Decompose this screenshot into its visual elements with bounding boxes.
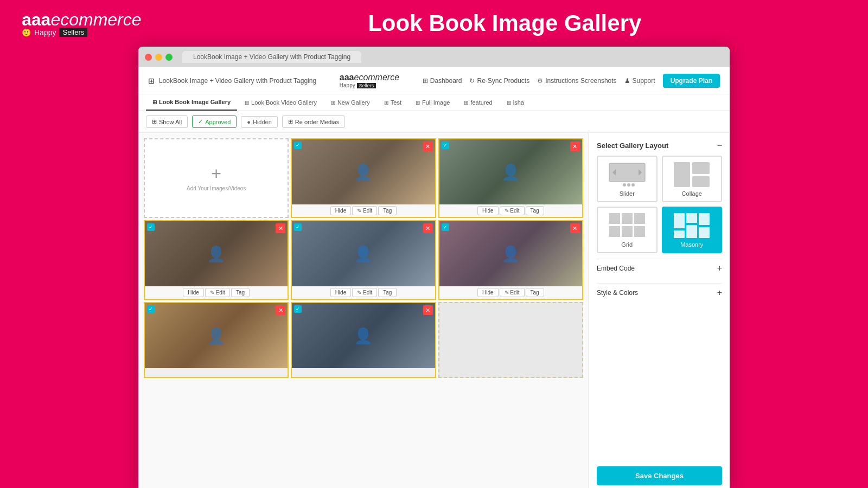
gallery-row-3: ✓ ✕ 👤 ✓ ✕ 👤 — [144, 302, 583, 378]
cell-check-2: ✓ — [442, 142, 449, 149]
hide-btn-1[interactable]: Hide — [330, 206, 352, 215]
layout-card-slider[interactable]: Slider — [597, 156, 658, 202]
fashion-figure-3: 👤 — [145, 221, 288, 286]
layout-section-title: Select Gallery Layout − — [597, 140, 722, 150]
app-brand-tagline: Happy Sellers — [340, 82, 399, 88]
embed-code-label: Embed Code — [597, 265, 635, 272]
app-topbar: ⊞ LookBook Image + Video Gallery with Pr… — [138, 67, 730, 94]
layout-card-collage[interactable]: Collage — [662, 156, 723, 202]
svg-rect-17 — [686, 213, 697, 223]
instructions-icon: ⚙ — [537, 77, 543, 85]
layout-card-grid[interactable]: Grid — [597, 207, 658, 253]
edit-btn-4[interactable]: ✎ Edit — [352, 288, 377, 297]
filter-bar: ⊞ Show All ✓ Approved ● Hidden ⊞ Re orde… — [138, 111, 730, 133]
tag-btn-5[interactable]: Tag — [526, 288, 544, 297]
hide-btn-2[interactable]: Hide — [477, 206, 499, 215]
main-content: + Add Your Images/Videos ✓ ✕ 👤 Hide ✎ Ed… — [138, 133, 730, 488]
app-brand: aaaecommerce Happy Sellers — [340, 73, 399, 88]
hide-btn-4[interactable]: Hide — [330, 288, 352, 297]
add-media-cell[interactable]: + Add Your Images/Videos — [144, 138, 289, 218]
tag-btn-2[interactable]: Tag — [526, 206, 544, 215]
gallery-cell-6: ✓ ✕ 👤 — [144, 302, 289, 378]
tab-isha[interactable]: ⊞ isha — [500, 95, 531, 110]
gallery-cell-1: ✓ ✕ 👤 Hide ✎ Edit Tag — [291, 138, 436, 218]
cell-check-7: ✓ — [294, 305, 302, 313]
gallery-row-1: + Add Your Images/Videos ✓ ✕ 👤 Hide ✎ Ed… — [144, 138, 583, 218]
tab-look-book-video[interactable]: ⊞ Look Book Video Gallery — [238, 95, 323, 110]
tab-full-image[interactable]: ⊞ Full Image — [409, 95, 456, 110]
cell-close-4[interactable]: ✕ — [423, 223, 433, 233]
cell-close-2[interactable]: ✕ — [570, 142, 580, 151]
tag-btn-1[interactable]: Tag — [378, 206, 397, 215]
upgrade-button[interactable]: Upgrade Plan — [663, 74, 720, 88]
reorder-button[interactable]: ⊞ Re order Medias — [282, 115, 345, 128]
edit-btn-2[interactable]: ✎ Edit — [500, 206, 525, 215]
edit-btn-3[interactable]: ✎ Edit — [205, 288, 230, 297]
layout-toggle[interactable]: − — [717, 140, 722, 150]
tab-look-book-image[interactable]: ⊞ Look Book Image Gallery — [146, 94, 237, 111]
tab-featured[interactable]: ⊞ featured — [457, 95, 499, 110]
approved-button[interactable]: ✓ Approved — [192, 115, 237, 128]
cell-close-3[interactable]: ✕ — [276, 223, 285, 233]
layout-grid: Slider Collage — [597, 156, 722, 253]
browser-tab: LookBook Image + Video Gallery with Prod… — [182, 51, 361, 63]
gallery-cell-5: ✓ ✕ 👤 Hide ✎ Edit Tag — [438, 220, 583, 300]
svg-rect-10 — [609, 213, 620, 224]
support-icon: ♟ — [624, 77, 630, 85]
browser-window: LookBook Image + Video Gallery with Prod… — [138, 47, 730, 488]
svg-rect-15 — [634, 226, 645, 237]
edit-btn-5[interactable]: ✎ Edit — [500, 288, 525, 297]
tab-icon-3: ⊞ — [331, 100, 335, 106]
browser-chrome: LookBook Image + Video Gallery with Prod… — [138, 47, 730, 67]
app-nav-right: ⊞ Dashboard ↻ Re-Sync Products ⚙ Instruc… — [423, 74, 720, 88]
app-brand-name: aaaecommerce — [340, 73, 399, 82]
sellers-label: Sellers — [59, 28, 87, 37]
svg-rect-18 — [699, 213, 710, 225]
svg-rect-11 — [622, 213, 633, 224]
edit-btn-1[interactable]: ✎ Edit — [352, 206, 377, 215]
brand-tagline: 🙂 Happy Sellers — [22, 28, 142, 37]
show-all-button[interactable]: ⊞ Show All — [146, 115, 188, 128]
cell-image-5: 👤 — [439, 221, 582, 286]
app-sellers-label: Sellers — [357, 83, 376, 88]
layout-card-masonry[interactable]: Masonry — [662, 207, 723, 253]
cell-close-7[interactable]: ✕ — [423, 305, 433, 315]
instructions-button[interactable]: ⚙ Instructions Screenshots — [537, 77, 616, 85]
masonry-icon — [673, 212, 711, 239]
style-colors-label: Style & Colors — [597, 289, 638, 297]
slider-icon — [608, 161, 646, 188]
right-panel: Select Gallery Layout − — [589, 133, 730, 488]
dot-yellow[interactable] — [155, 54, 162, 61]
cell-image-1: 👤 — [292, 139, 435, 204]
cell-close-6[interactable]: ✕ — [276, 305, 285, 315]
dashboard-button[interactable]: ⊞ Dashboard — [423, 77, 462, 85]
dot-green[interactable] — [165, 54, 173, 61]
resync-icon: ↻ — [469, 77, 475, 85]
svg-rect-13 — [609, 226, 620, 237]
style-colors-section[interactable]: Style & Colors + — [597, 283, 722, 302]
tag-btn-3[interactable]: Tag — [231, 288, 250, 297]
gallery-area: + Add Your Images/Videos ✓ ✕ 👤 Hide ✎ Ed… — [138, 133, 589, 488]
support-button[interactable]: ♟ Support — [624, 77, 655, 85]
cell-actions-2: Hide ✎ Edit Tag — [439, 204, 582, 217]
tag-btn-4[interactable]: Tag — [378, 288, 397, 297]
hide-btn-3[interactable]: Hide — [183, 288, 204, 297]
embed-code-toggle[interactable]: + — [717, 264, 722, 273]
fashion-figure-5: 👤 — [439, 221, 582, 286]
cell-actions-4: Hide ✎ Edit Tag — [292, 286, 435, 299]
smile-icon: 🙂 — [22, 28, 31, 37]
page-title: Look Book Image Gallery — [163, 10, 846, 36]
hide-btn-5[interactable]: Hide — [477, 288, 499, 297]
embed-code-section[interactable]: Embed Code + — [597, 259, 722, 278]
grid-icon: ⊞ — [148, 76, 155, 85]
dot-red[interactable] — [145, 54, 152, 61]
tab-test[interactable]: ⊞ Test — [378, 95, 408, 110]
save-button[interactable]: Save Changes — [597, 466, 722, 485]
cell-close-1[interactable]: ✕ — [423, 142, 433, 151]
app-inner: ⊞ LookBook Image + Video Gallery with Pr… — [138, 67, 730, 488]
hidden-button[interactable]: ● Hidden — [241, 116, 278, 128]
style-colors-toggle[interactable]: + — [717, 288, 722, 298]
resync-button[interactable]: ↻ Re-Sync Products — [469, 77, 529, 85]
tab-new-gallery[interactable]: ⊞ New Gallery — [324, 95, 376, 110]
cell-close-5[interactable]: ✕ — [570, 223, 580, 233]
